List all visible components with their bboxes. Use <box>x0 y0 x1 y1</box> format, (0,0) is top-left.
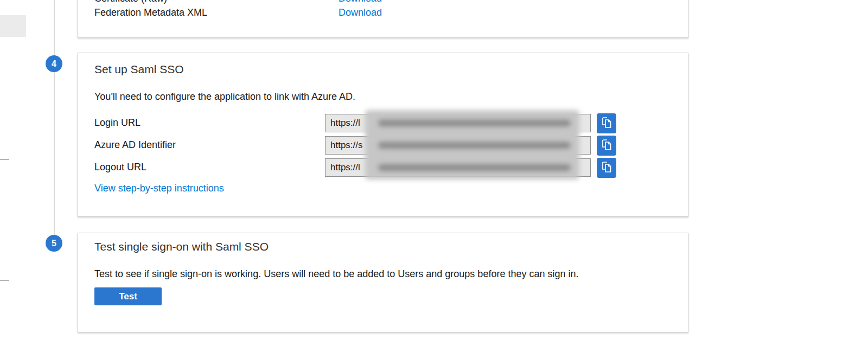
azure-sso-setup-page: Certificate (Raw) Download Federation Me… <box>0 0 868 346</box>
azure-ad-identifier-label: Azure AD Identifier <box>94 139 176 151</box>
certificate-raw-label: Certificate (Raw) <box>94 0 167 4</box>
left-panel-fragment <box>0 15 26 37</box>
step-4-badge: 4 <box>46 55 62 72</box>
federation-metadata-download-link[interactable]: Download <box>339 7 382 18</box>
certificate-raw-download-link[interactable]: Download <box>339 0 382 4</box>
step-connector-line <box>54 0 55 244</box>
setup-card-subtitle: You'll need to configure the application… <box>94 91 355 102</box>
left-edge-divider <box>0 159 9 160</box>
copy-icon <box>601 139 612 152</box>
test-card-title: Test single sign-on with Saml SSO <box>94 240 269 253</box>
test-card-description: Test to see if single sign-on is working… <box>94 268 579 280</box>
federation-metadata-row: Federation Metadata XML Download <box>94 7 672 19</box>
copy-icon <box>601 117 612 130</box>
certificates-card: Certificate (Raw) Download Federation Me… <box>78 0 688 38</box>
federation-metadata-label: Federation Metadata XML <box>94 7 207 18</box>
logout-url-label: Logout URL <box>94 162 146 173</box>
test-button[interactable]: Test <box>94 287 162 305</box>
certificate-raw-row: Certificate (Raw) Download <box>94 0 672 5</box>
copy-logout-url-button[interactable] <box>597 158 616 178</box>
copy-azure-ad-identifier-button[interactable] <box>597 136 616 156</box>
step-5-badge: 5 <box>46 235 62 252</box>
copy-icon <box>601 161 612 175</box>
left-edge-divider <box>0 280 9 281</box>
login-url-label: Login URL <box>94 117 141 129</box>
setup-sso-card: Set up Saml SSO You'll need to configure… <box>78 53 688 217</box>
test-sso-card: Test single sign-on with Saml SSO Test t… <box>78 233 688 332</box>
copy-login-url-button[interactable] <box>597 113 616 133</box>
redacted-urls-blur-overlay <box>365 110 579 180</box>
view-instructions-link[interactable]: View step-by-step instructions <box>94 183 224 194</box>
setup-card-title: Set up Saml SSO <box>94 63 184 76</box>
